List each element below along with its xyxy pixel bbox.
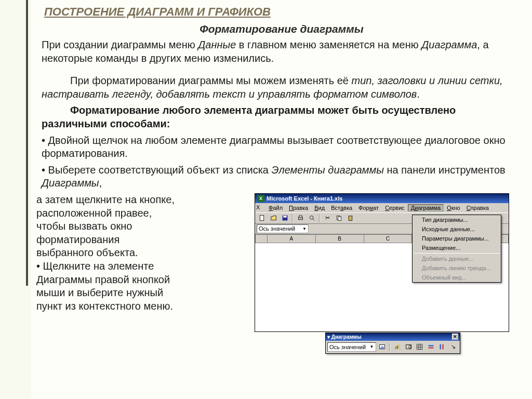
bullet-2: • Выберете соответствующий объект из спи… [42,164,522,190]
col-A[interactable]: A [268,234,316,243]
menu-edit[interactable]: Правка [286,204,311,211]
menu-help[interactable]: Справка [463,204,492,211]
toolbar-sep [292,214,293,222]
name-box[interactable]: Ось значений ▼ [257,224,309,233]
by-col-icon[interactable] [437,342,447,352]
svg-rect-26 [428,348,433,349]
copy-icon[interactable] [334,214,344,223]
svg-rect-16 [397,346,398,350]
dd-chart-options[interactable]: Параметры диаграммы... [413,234,501,243]
dd-add-data: Добавить данные... [413,254,501,263]
svg-rect-19 [409,346,410,349]
chart-type-icon[interactable] [392,342,403,352]
data-table-icon[interactable] [415,342,425,352]
svg-rect-4 [299,216,302,217]
svg-rect-3 [298,217,302,220]
diagram-dropdown: Тип диаграммы... Исходные данные... Пара… [412,215,501,283]
float-sep [389,343,390,351]
menu-tools[interactable]: Сервис [382,204,408,211]
intro-paragraph: При создании диаграммы меню Данные в гла… [42,38,522,65]
menu-format[interactable]: Формат [355,204,382,211]
svg-point-5 [310,216,313,220]
dd-add-trend: Добавить линию тренда... [413,263,501,273]
menu-file[interactable]: Файл [265,204,286,211]
excel-titlebar: X Microsoft Excel - Книга1.xls [255,194,509,203]
preview-icon[interactable] [307,214,317,223]
chart-toolbar-floating[interactable]: ▾ Диаграммы ✕ Ось значений ▼ [325,332,460,354]
float-toolbar-header[interactable]: ▾ Диаграммы ✕ [326,333,460,341]
bullet-1: • Двойной щелчок на любом элементе диагр… [42,134,522,161]
body-paragraph-2: Форматирование любого элемента диаграммы… [42,104,522,130]
close-icon[interactable]: ✕ [452,334,458,340]
excel-app-icon: X [257,195,264,202]
new-icon[interactable] [257,214,267,223]
menu-window[interactable]: Окно [444,204,463,211]
page-subtitle: Форматирование диаграммы [36,23,527,35]
col-B[interactable]: B [316,234,364,243]
excel-title-text: Microsoft Excel - Книга1.xls [267,195,342,202]
toolbar-sep-2 [319,214,320,222]
left-accent-bar [0,0,31,399]
svg-rect-0 [260,216,263,221]
chart-element-select[interactable]: Ось значений ▼ [327,342,376,352]
svg-rect-8 [338,217,341,221]
workbook-icon: X [256,204,263,211]
dd-chart-type[interactable]: Тип диаграммы... [413,215,501,224]
dd-location[interactable]: Размещение... [413,243,501,252]
save-icon[interactable] [280,214,290,223]
cut-icon[interactable]: ✂ [322,214,332,223]
by-row-icon[interactable] [426,342,436,352]
svg-rect-28 [443,344,444,350]
chart-element-value: Ось значений [329,344,366,350]
svg-rect-27 [440,344,441,350]
dd-separator [414,253,500,254]
excel-menubar[interactable]: X Файл Правка Вид Вставка Формат Сервис … [255,203,509,212]
svg-line-6 [313,219,314,221]
angle-text-icon[interactable]: ↘ [448,342,459,352]
legend-icon[interactable] [404,342,414,352]
svg-rect-13 [381,346,382,349]
chevron-down-icon: ▼ [370,344,374,349]
menu-view[interactable]: Вид [311,204,328,211]
col-C[interactable]: C [364,234,413,243]
menu-diagram[interactable]: Диаграмма [408,204,444,211]
print-icon[interactable] [295,214,305,223]
open-icon[interactable] [268,214,278,223]
svg-rect-15 [395,347,396,349]
menu-insert[interactable]: Вставка [328,204,355,211]
svg-rect-20 [417,344,422,350]
chevron-down-icon: ▼ [302,227,307,231]
format-object-icon[interactable] [377,342,388,352]
svg-rect-14 [383,347,384,349]
name-box-value: Ось значений [259,225,295,232]
page-title: ПОСТРОЕНИЕ ДИАГРАММ И ГРАФИКОВ [44,5,527,19]
slide-content: ПОСТРОЕНИЕ ДИАГРАММ И ГРАФИКОВ Форматиро… [31,0,532,399]
float-toolbar-title: Диаграммы [331,334,362,340]
svg-rect-12 [380,348,381,349]
svg-rect-17 [398,345,400,349]
select-all-corner[interactable] [255,234,268,243]
body-paragraph-1: При форматировании диаграммы мы можем из… [42,74,522,101]
dd-3d-view: Объемный вид... [413,273,501,282]
left-text-column: а затем щелкните на кнопке, расположенно… [36,193,255,313]
svg-rect-25 [428,345,433,347]
dd-source-data[interactable]: Исходные данные... [413,224,501,234]
paste-icon[interactable] [345,214,355,223]
svg-rect-2 [283,216,287,218]
excel-window: X Microsoft Excel - Книга1.xls X Файл Пр… [255,193,509,332]
svg-rect-10 [349,216,351,217]
